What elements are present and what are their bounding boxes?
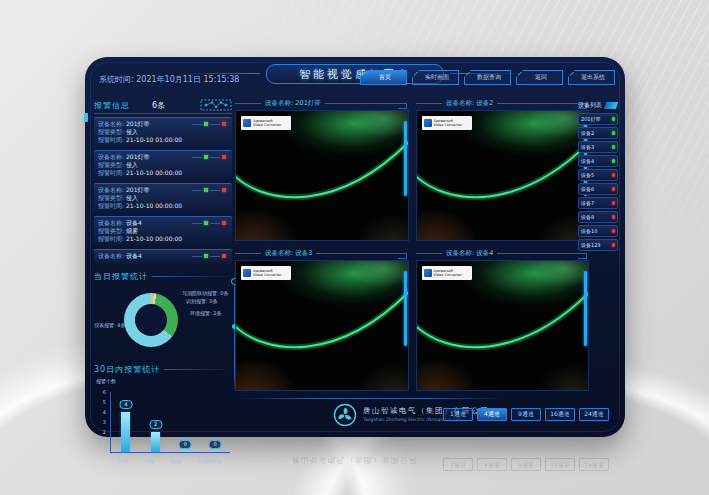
device-list-item[interactable]: 设备4 bbox=[578, 155, 618, 167]
device-name-value: 201灯带 bbox=[126, 120, 149, 127]
terrain-shadow bbox=[525, 355, 589, 391]
alarm-time-value: 21-10-10 00:00:00 bbox=[126, 235, 182, 242]
video-frame[interactable]: ApowersoftVideo Converter bbox=[416, 110, 590, 241]
device-list-item[interactable]: 设备5 bbox=[578, 169, 618, 181]
device-name-label: 设备名称: bbox=[98, 252, 124, 259]
video-panel-2[interactable]: 设备名称: 设备2 ApowersoftVideo Converter bbox=[416, 97, 588, 239]
video-frame[interactable]: ApowersoftVideo Converter bbox=[416, 260, 590, 391]
alarm-list-item[interactable]: 设备名称:201灯带 报警类型:侵入 报警时间:21-10-10 00:00:0… bbox=[94, 183, 232, 213]
bar-xlabel: 识别 bbox=[171, 458, 181, 464]
status-led-strip bbox=[192, 221, 228, 225]
watermark: ApowersoftVideo Converter bbox=[422, 116, 472, 130]
alarm-list-item[interactable]: 设备名称:201灯带 报警类型:侵入 报警时间:21-10-10 01:00:0… bbox=[94, 117, 232, 147]
device-name-label: 设备名称: bbox=[98, 153, 124, 160]
video-scrollbar[interactable] bbox=[584, 271, 587, 346]
bar-chart-yaxis: 0123456 bbox=[98, 388, 108, 453]
monthly-alarm-chart: 报警个数 0123456 4 2 0 0 仪表 环境 识别 与消防联动 bbox=[94, 378, 232, 466]
today-alarm-chart: 与消防联动报警: 0条 识别报警: 0条 环境报警: 2条 仪表报警: 4条 bbox=[94, 282, 232, 358]
watermark-line2: Video Converter bbox=[434, 273, 462, 278]
red-led-icon bbox=[222, 254, 226, 258]
nav-home-button[interactable]: 首页 bbox=[360, 70, 407, 85]
green-led-icon bbox=[204, 221, 208, 225]
device-list-item[interactable]: 设备7 bbox=[578, 197, 618, 209]
alarm-type-value: 烟雾 bbox=[126, 227, 138, 234]
alarm-type-label: 报警类型: bbox=[98, 161, 124, 168]
network-topology-icon bbox=[200, 99, 232, 111]
bar-xlabel: 环境 bbox=[144, 458, 154, 464]
device-name-value: 设备4 bbox=[126, 219, 142, 226]
watermark-logo-icon bbox=[424, 119, 432, 127]
device-name-label: 设备名称: bbox=[98, 120, 124, 127]
status-led-strip bbox=[192, 254, 228, 258]
video-panel-4[interactable]: 设备名称: 设备4 ApowersoftVideo Converter bbox=[416, 247, 588, 389]
device-list-tab-icon bbox=[604, 102, 618, 109]
device-name-label: 设备名称: bbox=[98, 219, 124, 226]
red-led-icon bbox=[222, 155, 226, 159]
channel-layout-buttons: 1通道 4通道 9通道 16通道 24通道 bbox=[443, 408, 609, 421]
watermark-logo-icon bbox=[243, 269, 251, 277]
video-device-name: 设备4 bbox=[475, 249, 493, 257]
alarm-count-badge: 6条 bbox=[152, 100, 165, 111]
status-dot bbox=[612, 229, 616, 233]
status-dot bbox=[612, 117, 616, 121]
nav-live-view-button[interactable]: 实时画面 bbox=[412, 70, 459, 85]
red-led-icon bbox=[222, 188, 226, 192]
video-scrollbar[interactable] bbox=[404, 121, 407, 196]
red-led-icon bbox=[222, 221, 226, 225]
watermark-line2: Video Converter bbox=[253, 273, 281, 278]
green-led-icon bbox=[204, 122, 208, 126]
bar-value-badge: 0 bbox=[179, 440, 192, 449]
device-list-item[interactable]: 设备3 bbox=[578, 141, 618, 153]
bar-value-badge: 0 bbox=[209, 440, 222, 449]
channel-24-button[interactable]: 24通道 bbox=[579, 408, 609, 421]
video-scrollbar[interactable] bbox=[404, 271, 407, 346]
alarm-list-item[interactable]: 设备名称:设备4 报警类型:烟雾 报警时间:21-10-10 00:00:00 bbox=[94, 216, 232, 246]
watermark-logo-icon bbox=[243, 119, 251, 127]
terrain-shadow bbox=[235, 200, 307, 241]
device-list-title: 设备列表 bbox=[578, 101, 602, 110]
video-header-label: 设备名称: bbox=[265, 249, 294, 257]
alarm-sidebar: 报警信息 6条 设备名称:201灯带 报警类型:侵入 报警时间:21-10-10… bbox=[94, 99, 232, 429]
alarm-type-label: 报警类型: bbox=[98, 194, 124, 201]
status-dot bbox=[612, 131, 616, 135]
alarm-list-item[interactable]: 设备名称:201灯带 报警类型:侵入 报警时间:21-10-10 00:00:0… bbox=[94, 150, 232, 180]
alarm-type-value: 侵入 bbox=[126, 161, 138, 168]
terrain-shadow bbox=[345, 355, 409, 391]
video-frame[interactable]: ApowersoftVideo Converter bbox=[235, 110, 409, 241]
alarm-time-value: 21-10-10 00:00:00 bbox=[126, 169, 182, 176]
channel-16-button[interactable]: 16通道 bbox=[545, 408, 575, 421]
status-led-strip bbox=[192, 188, 228, 192]
channel-4-button[interactable]: 4通道 bbox=[477, 408, 507, 421]
nav-data-query-button[interactable]: 数据查询 bbox=[464, 70, 511, 85]
video-header-label: 设备名称: bbox=[445, 249, 474, 257]
nav-back-button[interactable]: 返回 bbox=[516, 70, 563, 85]
device-list-item[interactable]: 设备8 bbox=[578, 211, 618, 223]
device-list-item[interactable]: 201灯带 bbox=[578, 113, 618, 125]
top-nav: 首页 实时画面 数据查询 返回 退出系统 bbox=[360, 70, 615, 85]
channel-9-button[interactable]: 9通道 bbox=[511, 408, 541, 421]
device-list: 设备列表 201灯带 设备2 设备3 设备4 设备5 设备6 设备7 设备8 设… bbox=[578, 101, 618, 251]
video-panel-1[interactable]: 设备名称: 201灯带 ApowersoftVideo Converter bbox=[235, 97, 407, 239]
device-list-item[interactable]: 设备6 bbox=[578, 183, 618, 195]
status-dot bbox=[612, 159, 616, 163]
device-list-item[interactable]: 设备123 bbox=[578, 239, 618, 251]
device-list-item[interactable]: 设备2 bbox=[578, 127, 618, 139]
alarm-list-item[interactable]: 设备名称:设备4 bbox=[94, 249, 232, 265]
bar-value-badge: 2 bbox=[149, 420, 162, 429]
alarm-type-label: 报警类型: bbox=[98, 128, 124, 135]
watermark-line2: Video Converter bbox=[434, 123, 462, 128]
video-frame[interactable]: ApowersoftVideo Converter bbox=[235, 260, 409, 391]
nav-exit-button[interactable]: 退出系统 bbox=[568, 70, 615, 85]
system-time: 系统时间: 2021年10月11日 15:15:38 bbox=[99, 74, 239, 85]
alarm-time-value: 21-10-10 00:00:00 bbox=[126, 202, 182, 209]
alarm-type-value: 侵入 bbox=[126, 128, 138, 135]
terrain-shadow bbox=[235, 350, 307, 391]
device-list-item[interactable]: 设备10 bbox=[578, 225, 618, 237]
device-name-value: 201灯带 bbox=[126, 186, 149, 193]
edge-accent bbox=[84, 113, 88, 122]
video-panel-3[interactable]: 设备名称: 设备3 ApowersoftVideo Converter bbox=[235, 247, 407, 389]
bar-chart-ylabel: 报警个数 bbox=[96, 378, 116, 384]
video-header-label: 设备名称: bbox=[445, 99, 474, 107]
channel-1-button[interactable]: 1通道 bbox=[443, 408, 473, 421]
green-led-icon bbox=[204, 155, 208, 159]
